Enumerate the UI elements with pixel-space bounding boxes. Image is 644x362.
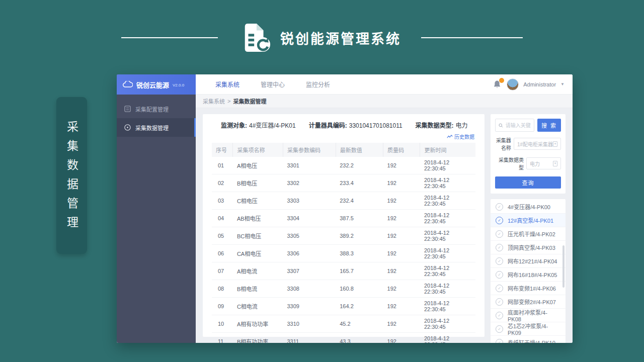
avatar[interactable] bbox=[507, 78, 519, 90]
table-cell: 165.7 bbox=[336, 262, 383, 280]
check-circle-icon: ✓ bbox=[496, 298, 503, 306]
table-row[interactable]: 10A相有功功率331045.21922018-4-12 22:30:45 bbox=[212, 315, 475, 333]
table-row[interactable]: 09C相电流3309164.21922018-4-12 22:30:45 bbox=[212, 298, 475, 315]
device-item[interactable]: ✓底面衬冲浆泵/4-PK08 bbox=[491, 309, 566, 322]
table-cell: 10 bbox=[212, 315, 233, 333]
breadcrumb: 采集系统 > 采集数据管理 bbox=[196, 95, 573, 108]
chevron-down-icon[interactable]: ▼ bbox=[560, 82, 565, 86]
table-cell: 192 bbox=[383, 192, 420, 210]
banner-divider-right bbox=[421, 37, 523, 38]
table-row[interactable]: 05BC相电压3305389.21922018-4-12 22:30:45 bbox=[212, 227, 475, 245]
table-cell: 05 bbox=[212, 227, 233, 245]
table-cell: 06 bbox=[212, 245, 233, 262]
breadcrumb-current: 采集数据管理 bbox=[233, 97, 266, 105]
table-cell: 160.8 bbox=[336, 280, 383, 298]
table-header-cell: 采集项名称 bbox=[233, 143, 283, 157]
device-item[interactable]: ✓12#真空泵/4-PK01 bbox=[491, 214, 566, 227]
info-label: 监测对象: bbox=[221, 122, 247, 129]
table-cell: 03 bbox=[212, 192, 233, 210]
table-cell: 3305 bbox=[283, 227, 336, 245]
sidebar: 锐创云能源 V2.0.0 采集配置管理采集数据管理 bbox=[117, 74, 196, 343]
check-circle-icon: ✓ bbox=[496, 244, 503, 251]
top-nav-item[interactable]: 采集系统 bbox=[205, 80, 250, 88]
right-panel: 搜 索 采集器名称1#配电柜采集器▼采集数据类型电力▼ 查询 ✓4#变压器/4-… bbox=[491, 114, 566, 337]
table-cell: BC相电压 bbox=[233, 227, 283, 245]
device-item[interactable]: ✓4#变压器/4-PK00 bbox=[491, 200, 566, 214]
info-label: 计量器具编码: bbox=[309, 122, 347, 129]
sidebar-item[interactable]: 采集配置管理 bbox=[117, 100, 196, 118]
device-item[interactable]: ✓卷纸缸干燥/4-PK10 bbox=[491, 336, 566, 343]
search-input[interactable] bbox=[506, 123, 531, 128]
topbar-right: Administrator ▼ bbox=[493, 78, 565, 90]
table-cell: 2018-4-12 22:30:45 bbox=[420, 174, 475, 192]
dropdown-icon: ▼ bbox=[553, 141, 557, 147]
table-row[interactable]: 03C相电压3303232.41922018-4-12 22:30:45 bbox=[212, 192, 475, 210]
table-cell: 3307 bbox=[283, 262, 336, 280]
table-cell: 11 bbox=[212, 333, 233, 343]
device-item[interactable]: ✓芯1芯2冲浆泵/4-PK09 bbox=[491, 322, 566, 336]
table-cell: 192 bbox=[383, 262, 420, 280]
device-item[interactable]: ✓网布变频1#/4-PK06 bbox=[491, 282, 566, 295]
table-row[interactable]: 01A相电压3301232.21922018-4-12 22:30:45 bbox=[212, 157, 475, 174]
main-column: 采集系统管理中心监控分析 Administrator ▼ 采集系统 > 采集数据… bbox=[196, 74, 573, 343]
top-nav-item[interactable]: 管理中心 bbox=[250, 80, 295, 88]
history-row: 历史数据 bbox=[212, 133, 474, 140]
check-circle-icon: ✓ bbox=[496, 285, 503, 292]
info-value: 3301041701081011 bbox=[349, 122, 403, 129]
device-item[interactable]: ✓网部变频2#/4-PK07 bbox=[491, 295, 566, 309]
table-cell: 2018-4-12 22:30:45 bbox=[420, 280, 475, 298]
table-cell: 232.2 bbox=[336, 157, 383, 174]
monitor-info-row: 监测对象:4#变压器/4-PK01计量器具编码:3301041701081011… bbox=[212, 121, 475, 129]
table-cell: A相电流 bbox=[233, 262, 283, 280]
device-item[interactable]: ✓顶网真空泵/4-PK03 bbox=[491, 241, 566, 254]
query-button[interactable]: 查询 bbox=[495, 176, 561, 189]
search-button[interactable]: 搜 索 bbox=[537, 119, 561, 132]
device-name: 顶网真空泵/4-PK03 bbox=[508, 243, 555, 251]
sidebar-logo: 锐创云能源 V2.0.0 bbox=[117, 74, 196, 95]
table-cell: 07 bbox=[212, 262, 233, 280]
sidebar-item[interactable]: 采集数据管理 bbox=[117, 118, 196, 137]
table-cell: 09 bbox=[212, 298, 233, 315]
table-row[interactable]: 04AB相电压3304387.51922018-4-12 22:30:45 bbox=[212, 210, 475, 227]
field-value: 1#配电柜采集器 bbox=[517, 140, 553, 148]
table-cell: 192 bbox=[383, 210, 420, 227]
table-row[interactable]: 02B相电压3302233.41922018-4-12 22:30:45 bbox=[212, 174, 475, 192]
info-segment: 采集数据类型:电力 bbox=[416, 121, 468, 129]
scrollbar[interactable] bbox=[562, 245, 565, 288]
table-cell: 3309 bbox=[283, 298, 336, 315]
device-name: 底面衬冲浆泵/4-PK08 bbox=[508, 308, 560, 322]
device-item[interactable]: ✓网布16#18#/4-PK05 bbox=[491, 268, 566, 282]
table-row[interactable]: 11B相有功功率331143.31922018-4-12 22:30:45 bbox=[212, 333, 475, 343]
info-value: 4#变压器/4-PK01 bbox=[249, 122, 296, 129]
table-cell: 08 bbox=[212, 280, 233, 298]
field-select[interactable]: 电力▼ bbox=[526, 157, 561, 169]
table-cell: 192 bbox=[383, 280, 420, 298]
breadcrumb-separator: > bbox=[227, 98, 230, 104]
notification-bell-icon[interactable] bbox=[493, 80, 502, 89]
table-row[interactable]: 07A相电流3307165.71922018-4-12 22:30:45 bbox=[212, 262, 475, 280]
breadcrumb-root[interactable]: 采集系统 bbox=[203, 97, 225, 105]
device-name: 网布16#18#/4-PK05 bbox=[508, 270, 557, 279]
device-item[interactable]: ✓压光机干燥/4-PK02 bbox=[491, 227, 566, 241]
table-cell: 192 bbox=[383, 298, 420, 315]
table-cell: 3301 bbox=[283, 157, 336, 174]
table-cell: 2018-4-12 22:30:45 bbox=[420, 315, 475, 333]
side-label-text: 采集数据管理 bbox=[63, 121, 80, 235]
page-title: 锐创能源管理系统 bbox=[280, 28, 401, 48]
table-cell: A相有功功率 bbox=[233, 315, 283, 333]
page-banner: 锐创能源管理系统 bbox=[0, 20, 644, 55]
table-cell: 389.2 bbox=[336, 227, 383, 245]
field-select[interactable]: 1#配电柜采集器▼ bbox=[514, 138, 561, 150]
table-cell: 3308 bbox=[283, 280, 336, 298]
table-cell: 164.2 bbox=[336, 298, 383, 315]
field-label: 采集数据类型 bbox=[495, 156, 526, 171]
sidebar-item-label: 采集数据管理 bbox=[135, 124, 169, 132]
info-segment: 计量器具编码:3301041701081011 bbox=[309, 121, 403, 129]
device-item[interactable]: ✓网布12#21#/4-PK04 bbox=[491, 254, 566, 268]
table-row[interactable]: 06CA相电压3306388.31922018-4-12 22:30:45 bbox=[212, 245, 475, 262]
table-cell: AB相电压 bbox=[233, 210, 283, 227]
check-circle-icon: ✓ bbox=[496, 325, 503, 333]
top-nav-item[interactable]: 监控分析 bbox=[295, 80, 341, 88]
table-row[interactable]: 08B相电流3308160.81922018-4-12 22:30:45 bbox=[212, 280, 475, 298]
history-data-link[interactable]: 历史数据 bbox=[447, 133, 474, 140]
